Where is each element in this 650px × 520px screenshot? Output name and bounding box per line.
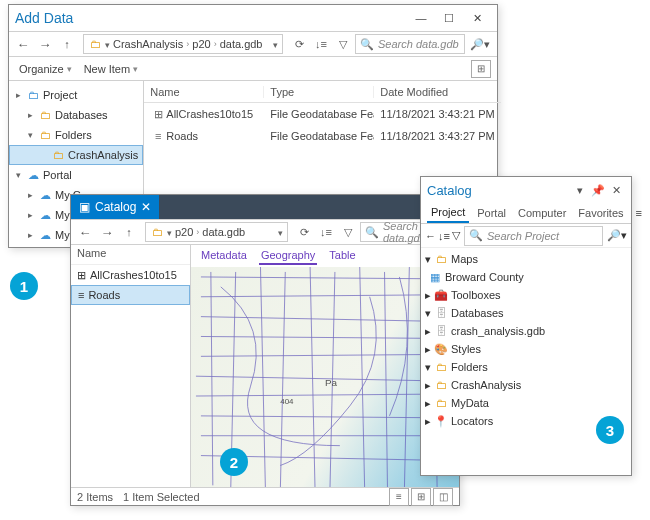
tree-broward[interactable]: ▦Broward County <box>421 268 631 286</box>
tree-portal[interactable]: ▾☁Portal <box>9 165 143 185</box>
view-mode-button[interactable]: ⊞ <box>471 60 491 78</box>
item-count: 2 Items <box>77 491 113 503</box>
pane-tabs: Project Portal Computer Favorites ≡ <box>421 203 631 224</box>
filter-button[interactable]: ▽ <box>338 222 358 242</box>
tree-folders[interactable]: ▾🗀Folders <box>9 125 143 145</box>
filter-button[interactable]: ▽ <box>452 229 460 242</box>
crumb[interactable]: data.gdb <box>220 38 263 50</box>
forward-button[interactable]: → <box>97 222 117 242</box>
titlebar: Catalog ▾ 📌 ✕ <box>421 177 631 203</box>
list-row[interactable]: ≡Roads File Geodatabase Feature 11/18/20… <box>144 125 500 147</box>
tree-crashgdb[interactable]: ▸🗄crash_analysis.gdb <box>421 322 631 340</box>
view-tabbar: ▣ Catalog ✕ <box>71 195 459 219</box>
menu-icon[interactable]: ≡ <box>632 204 646 222</box>
folder-icon: 🗀 <box>51 148 65 162</box>
search-scope-button[interactable]: 🔎▾ <box>607 229 627 242</box>
sort-button[interactable]: ↓≡ <box>316 222 336 242</box>
tree-crashanalysis[interactable]: 🗀CrashAnalysis <box>9 145 143 165</box>
folder-icon: 🗀 <box>434 396 448 410</box>
col-date[interactable]: Date Modified <box>374 86 500 98</box>
name-header[interactable]: Name <box>71 245 190 265</box>
feature-icon: ⊞ <box>77 269 86 282</box>
up-button[interactable]: ↑ <box>57 34 77 54</box>
cloud-icon: ☁ <box>38 208 52 222</box>
back-button[interactable]: ← <box>13 34 33 54</box>
col-type[interactable]: Type <box>264 86 374 98</box>
maps-icon: 🗀 <box>434 252 448 266</box>
search-box[interactable]: 🔍 Search Project <box>464 226 603 246</box>
tab-geography[interactable]: Geography <box>259 247 317 265</box>
refresh-button[interactable]: ⟳ <box>294 222 314 242</box>
list-item[interactable]: ⊞AllCrashes10to15 <box>71 265 190 285</box>
search-placeholder: Search data.gdb <box>378 38 459 50</box>
back-button[interactable]: ← <box>425 230 436 242</box>
tab-table[interactable]: Table <box>327 247 357 265</box>
item-list: Name ⊞AllCrashes10to15 ≡Roads <box>71 245 191 487</box>
breadcrumb[interactable]: 🗀 p20› data.gdb <box>145 222 288 242</box>
crumb[interactable]: data.gdb <box>202 226 245 238</box>
view-buttons: ≡ ⊞ ◫ <box>389 488 453 506</box>
minimize-button[interactable]: — <box>407 7 435 29</box>
status-bar: 2 Items 1 Item Selected ≡ ⊞ ◫ <box>71 487 459 505</box>
view-list-button[interactable]: ≡ <box>389 488 409 506</box>
tab-portal[interactable]: Portal <box>473 204 510 222</box>
preview-tabs: Metadata Geography Table <box>191 245 459 267</box>
tree-styles[interactable]: ▸🎨Styles <box>421 340 631 358</box>
col-name[interactable]: Name <box>144 86 264 98</box>
pane-title: Catalog <box>427 183 571 198</box>
list-row[interactable]: ⊞AllCrashes10to15 File Geodatabase Featu… <box>144 103 500 125</box>
catalog-tab[interactable]: ▣ Catalog ✕ <box>71 195 159 219</box>
tree-project[interactable]: ▸🗀Project <box>9 85 143 105</box>
forward-button[interactable]: → <box>35 34 55 54</box>
tree-maps[interactable]: ▾🗀Maps <box>421 250 631 268</box>
locator-icon: 📍 <box>434 414 448 428</box>
breadcrumb[interactable]: 🗀 CrashAnalysis› p20› data.gdb <box>83 34 283 54</box>
search-icon: 🔍 <box>360 38 374 51</box>
crumb[interactable]: p20 <box>175 226 193 238</box>
tab-metadata[interactable]: Metadata <box>199 247 249 265</box>
pane-toolbar: ← ↓≡ ▽ 🔍 Search Project 🔎▾ <box>421 224 631 248</box>
sort-button[interactable]: ↓≡ <box>311 34 331 54</box>
project-tree: ▾🗀Maps ▦Broward County ▸🧰Toolboxes ▾🗄Dat… <box>421 248 631 432</box>
folder-icon: 🗀 <box>150 225 164 239</box>
pin-button[interactable]: 📌 <box>589 184 607 197</box>
tree-databases[interactable]: ▸🗀Databases <box>9 105 143 125</box>
filter-button[interactable]: ▽ <box>333 34 353 54</box>
cloud-icon: ☁ <box>26 168 40 182</box>
list-item[interactable]: ≡Roads <box>71 285 190 305</box>
callout-3: 3 <box>596 416 624 444</box>
new-item-menu[interactable]: New Item▾ <box>80 61 142 77</box>
database-icon: 🗄 <box>434 306 448 320</box>
view-columns-button[interactable]: ◫ <box>433 488 453 506</box>
folders-icon: 🗀 <box>38 128 52 142</box>
cloud-icon: ☁ <box>38 228 52 242</box>
sort-button[interactable]: ↓≡ <box>438 230 450 242</box>
search-icon: 🔍 <box>365 226 379 239</box>
refresh-button[interactable]: ⟳ <box>289 34 309 54</box>
maximize-button[interactable]: ☐ <box>435 7 463 29</box>
tree-toolboxes[interactable]: ▸🧰Toolboxes <box>421 286 631 304</box>
catalog-icon: ▣ <box>79 200 90 214</box>
crumb[interactable]: CrashAnalysis <box>113 38 183 50</box>
search-placeholder: Search Project <box>487 230 559 242</box>
nav-toolbar: ← → ↑ 🗀 p20› data.gdb ⟳ ↓≡ ▽ 🔍 Search da… <box>71 219 459 245</box>
close-button[interactable]: ✕ <box>463 7 491 29</box>
tree-folders[interactable]: ▾🗀Folders <box>421 358 631 376</box>
options-button[interactable]: ▾ <box>571 184 589 197</box>
tab-favorites[interactable]: Favorites <box>574 204 627 222</box>
up-button[interactable]: ↑ <box>119 222 139 242</box>
close-button[interactable]: ✕ <box>607 184 625 197</box>
close-tab-button[interactable]: ✕ <box>141 200 151 214</box>
search-box[interactable]: 🔍 Search data.gdb <box>355 34 465 54</box>
tree-crash[interactable]: ▸🗀CrashAnalysis <box>421 376 631 394</box>
search-options-button[interactable]: 🔎▾ <box>467 34 493 54</box>
back-button[interactable]: ← <box>75 222 95 242</box>
crumb[interactable]: p20 <box>192 38 210 50</box>
tab-computer[interactable]: Computer <box>514 204 570 222</box>
tree-databases[interactable]: ▾🗄Databases <box>421 304 631 322</box>
tree-mydata[interactable]: ▸🗀MyData <box>421 394 631 412</box>
view-tiles-button[interactable]: ⊞ <box>411 488 431 506</box>
organize-menu[interactable]: Organize▾ <box>15 61 76 77</box>
svg-text:404: 404 <box>280 397 294 406</box>
tab-project[interactable]: Project <box>427 203 469 223</box>
